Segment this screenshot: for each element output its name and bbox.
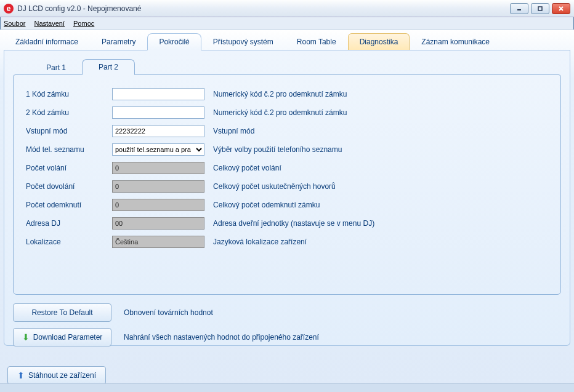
menu-file[interactable]: Soubor	[4, 20, 25, 27]
row-inputmode: Vstupní mód Vstupní mód	[26, 123, 548, 139]
menu-help[interactable]: Pomoc	[73, 20, 94, 27]
panel-buttons: Restore To Default Obnovení továrních ho…	[13, 303, 561, 346]
desc-inputmode: Vstupní mód	[213, 127, 254, 135]
menubar: Soubor Nastavení Pomoc	[0, 17, 574, 30]
download-desc: Nahrání všech nastavených hodnot do přip…	[124, 333, 319, 342]
desc-address: Adresa dveřní jednotky (nastavuje se v m…	[213, 219, 374, 228]
restore-button[interactable]: Restore To Default	[13, 303, 111, 322]
row-address: Adresa DJ Adresa dveřní jednotky (nastav…	[26, 215, 548, 231]
sub-tabs: Part 1 Part 2	[13, 59, 561, 75]
tab-params[interactable]: Parametry	[90, 33, 147, 50]
subtab-part1[interactable]: Part 1	[30, 60, 82, 75]
titlebar: e DJ LCD config v2.0 - Nepojmenované	[0, 0, 574, 17]
row-lock2: 2 Kód zámku Numerický kód č.2 pro odemkn…	[26, 105, 548, 121]
label-inputmode: Vstupní mód	[26, 127, 112, 135]
maximize-icon	[537, 6, 543, 12]
desc-locale: Jazyková lokalizace zařízení	[213, 238, 307, 246]
statusbar	[0, 383, 574, 392]
input-calls	[112, 162, 204, 174]
label-locale: Lokalizace	[26, 238, 112, 246]
bottom-button-wrap: ⬆ Stáhnout ze zařízení	[7, 366, 106, 385]
restore-label: Restore To Default	[31, 308, 92, 317]
desc-calls: Celkový počet volání	[213, 164, 281, 172]
label-connected: Počet dovolání	[26, 182, 112, 191]
label-unlocks: Počet odemknutí	[26, 201, 112, 209]
maximize-button[interactable]	[531, 3, 549, 14]
desc-lock1: Numerický kód č.2 pro odemknutí zámku	[213, 90, 347, 98]
row-lock1: 1 Kód zámku Numerický kód č.2 pro odemkn…	[26, 86, 548, 102]
input-unlocks	[112, 199, 204, 211]
minimize-icon	[516, 6, 522, 12]
arrow-down-icon: ⬇	[22, 332, 30, 342]
tab-basic[interactable]: Základní informace	[4, 33, 90, 50]
desc-unlocks: Celkový počet odemknutí zámku	[213, 201, 320, 209]
tab-diagnostics[interactable]: Diagnostika	[348, 33, 410, 50]
subtab-part2[interactable]: Part 2	[82, 59, 135, 75]
window-title: DJ LCD config v2.0 - Nepojmenované	[17, 4, 141, 13]
tab-advanced[interactable]: Pokročilé	[147, 33, 201, 50]
input-lock2[interactable]	[112, 106, 204, 119]
menu-settings[interactable]: Nastavení	[34, 20, 65, 27]
upload-button[interactable]: ⬆ Stáhnout ze zařízení	[7, 366, 106, 385]
desc-phonebook: Výběr volby použití telefoního seznamu	[213, 145, 342, 154]
close-button[interactable]	[552, 3, 570, 14]
upload-label: Stáhnout ze zařízení	[28, 371, 96, 380]
label-phonebook: Mód tel. seznamu	[26, 145, 112, 154]
main-area: Základní informace Parametry Pokročilé P…	[0, 30, 574, 392]
main-panel: Part 1 Part 2 1 Kód zámku Numerický kód …	[4, 50, 570, 346]
select-phonebook[interactable]: použití tel.seznamu a pra	[112, 143, 204, 156]
main-tabs: Základní informace Parametry Pokročilé P…	[4, 33, 570, 50]
svg-rect-1	[538, 7, 542, 10]
app-icon: e	[4, 4, 14, 14]
label-address: Adresa DJ	[26, 219, 112, 228]
input-inputmode[interactable]	[112, 125, 204, 137]
input-connected	[112, 180, 204, 193]
row-connected: Počet dovolání Celkový počet uskutečněný…	[26, 178, 548, 194]
row-phonebook: Mód tel. seznamu použití tel.seznamu a p…	[26, 142, 548, 158]
arrow-up-icon: ⬆	[17, 370, 25, 380]
tab-access[interactable]: Přístupový systém	[201, 33, 285, 50]
desc-connected: Celkový počet uskutečněných hovorů	[213, 182, 336, 191]
row-unlocks: Počet odemknutí Celkový počet odemknutí …	[26, 197, 548, 213]
input-lock1[interactable]	[112, 88, 204, 100]
desc-lock2: Numerický kód č.2 pro odemknutí zámku	[213, 108, 347, 117]
label-lock2: 2 Kód zámku	[26, 108, 112, 117]
label-lock1: 1 Kód zámku	[26, 90, 112, 98]
input-locale	[112, 236, 204, 248]
sub-panel: 1 Kód zámku Numerický kód č.2 pro odemkn…	[13, 74, 561, 295]
row-calls: Počet volání Celkový počet volání	[26, 160, 548, 176]
tab-room[interactable]: Room Table	[285, 33, 348, 50]
close-icon	[558, 6, 564, 12]
minimize-button[interactable]	[510, 3, 528, 14]
tab-comm[interactable]: Záznam komunikace	[410, 33, 501, 50]
restore-desc: Obnovení továrních hodnot	[124, 308, 213, 317]
input-address	[112, 217, 204, 230]
download-button[interactable]: ⬇ Download Parameter	[13, 328, 111, 346]
row-locale: Lokalizace Jazyková lokalizace zařízení	[26, 234, 548, 250]
download-label: Download Parameter	[33, 333, 103, 342]
window-controls	[510, 3, 570, 14]
label-calls: Počet volání	[26, 164, 112, 172]
